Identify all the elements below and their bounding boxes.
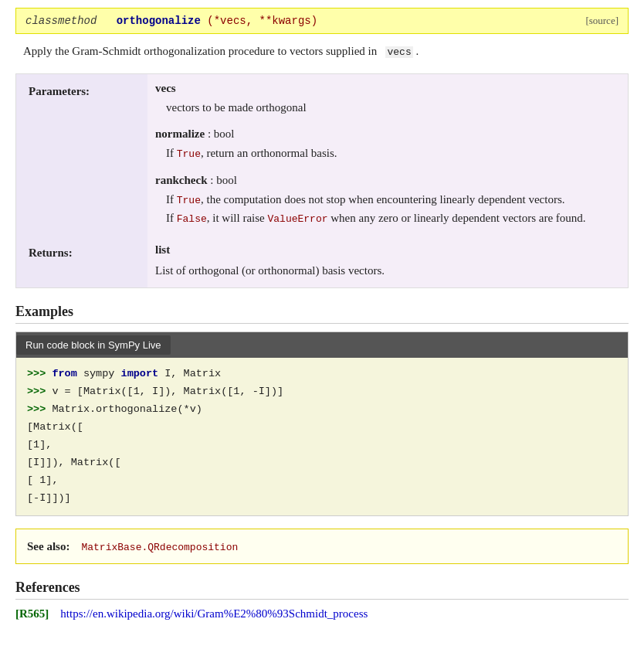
- code-line-1: >>> from sympy import I, Matrix: [27, 366, 617, 383]
- returns-row: Returns: list List of orthogonal (or ort…: [16, 236, 628, 287]
- code-block-header: Run code block in SymPy Live: [16, 332, 628, 358]
- import-kw: import: [121, 368, 159, 379]
- page-wrapper: classmethod orthogonalize (*vecs, **kwar…: [0, 0, 644, 644]
- valueerror-code: ValueError: [268, 213, 328, 225]
- true-keyword-2: True: [177, 195, 201, 206]
- param-rankcheck-type: : bool: [210, 174, 237, 186]
- output-line-1: [Matrix([: [27, 419, 617, 437]
- param-vecs: vecs vectors to be made orthogonal: [155, 82, 615, 117]
- code-text-2: I, Matrix: [158, 368, 221, 379]
- parameters-content: vecs vectors to be made orthogonal norma…: [147, 74, 628, 236]
- run-code-button[interactable]: Run code block in SymPy Live: [16, 335, 171, 355]
- code-text-3: v = [Matrix([1, I]), Matrix([1, -I])]: [52, 386, 283, 397]
- method-description: Apply the Gram-Schmidt orthogonalization…: [23, 42, 629, 61]
- method-signature: classmethod orthogonalize (*vecs, **kwar…: [15, 8, 629, 34]
- returns-desc: List of orthogonal (or orthonormal) basi…: [155, 261, 615, 280]
- code-text-4: Matrix.orthogonalize(*v): [52, 403, 202, 415]
- source-link[interactable]: [source]: [585, 15, 619, 27]
- description-code: vecs: [385, 46, 412, 58]
- signature-text: classmethod orthogonalize (*vecs, **kwar…: [25, 15, 317, 27]
- code-block-wrapper: Run code block in SymPy Live >>> from sy…: [15, 332, 629, 516]
- classmethod-keyword: classmethod: [25, 15, 97, 27]
- param-vecs-name: vecs: [155, 82, 176, 94]
- from-kw: from: [52, 368, 76, 379]
- param-rankcheck: rankcheck : bool If True, the computatio…: [155, 174, 615, 229]
- see-also-label: See also:: [27, 540, 69, 552]
- output-line-4: [ 1],: [27, 472, 617, 490]
- output-line-3: [I]]), Matrix([: [27, 454, 617, 472]
- returns-label: Returns:: [16, 236, 147, 287]
- ref-label: [R565]: [15, 607, 49, 620]
- examples-heading: Examples: [15, 304, 629, 324]
- returns-content: list List of orthogonal (or orthonormal)…: [147, 236, 628, 287]
- references-item: [R565] https://en.wikipedia.org/wiki/Gra…: [15, 607, 629, 620]
- parameters-label: Parameters:: [16, 74, 147, 236]
- see-also-link[interactable]: MatrixBase.QRdecomposition: [81, 542, 238, 553]
- method-name: orthogonalize: [117, 15, 201, 27]
- ref-link[interactable]: https://en.wikipedia.org/wiki/Gram%E2%80…: [60, 607, 368, 620]
- code-block-body: >>> from sympy import I, Matrix >>> v = …: [16, 358, 628, 515]
- prompt-2: >>>: [27, 386, 52, 397]
- param-normalize-type: : bool: [208, 128, 235, 140]
- prompt-1: >>>: [27, 368, 52, 379]
- param-vecs-desc: vectors to be made orthogonal: [166, 98, 615, 117]
- code-text-1: sympy: [77, 368, 121, 379]
- param-rankcheck-desc: If True, the computation does not stop w…: [166, 190, 615, 229]
- references-heading: References: [15, 580, 629, 600]
- output-line-5: [-I]])]: [27, 490, 617, 508]
- false-keyword: False: [177, 213, 207, 225]
- param-normalize: normalize : bool If True, return an orth…: [155, 128, 615, 163]
- see-also-box: See also: MatrixBase.QRdecomposition: [15, 529, 629, 565]
- parameters-table: Parameters: vecs vectors to be made orth…: [15, 73, 629, 288]
- prompt-3: >>>: [27, 403, 52, 415]
- param-normalize-desc: If True, return an orthonormal basis.: [166, 144, 615, 163]
- code-line-2: >>> v = [Matrix([1, I]), Matrix([1, -I])…: [27, 383, 617, 401]
- param-rankcheck-name: rankcheck: [155, 174, 208, 186]
- param-normalize-name: normalize: [155, 128, 205, 140]
- true-keyword: True: [177, 148, 201, 160]
- method-params: (*vecs, **kwargs): [207, 15, 317, 27]
- returns-type: list: [155, 243, 615, 257]
- output-line-2: [1],: [27, 437, 617, 454]
- parameters-row: Parameters: vecs vectors to be made orth…: [16, 74, 628, 236]
- code-line-3: >>> Matrix.orthogonalize(*v): [27, 401, 617, 419]
